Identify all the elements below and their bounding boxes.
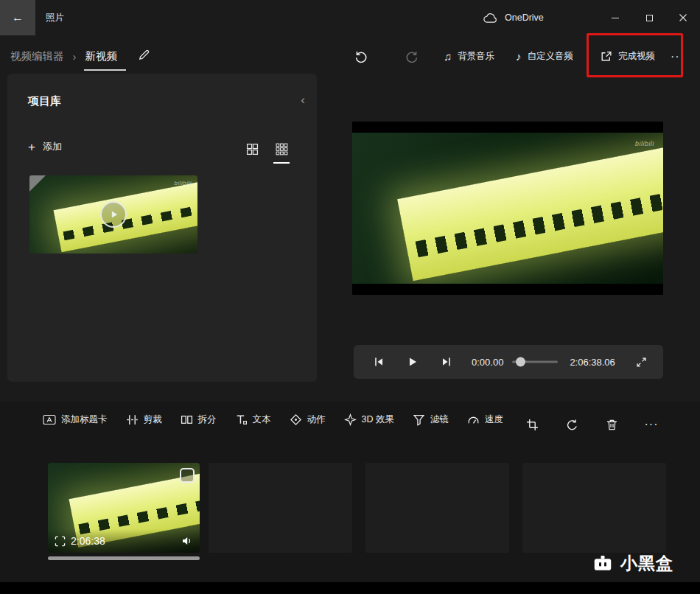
text-button[interactable]: 文本 bbox=[235, 413, 271, 426]
redo-icon bbox=[405, 49, 419, 63]
film-strip-graphic bbox=[397, 140, 663, 281]
custom-audio-label: 自定义音频 bbox=[528, 50, 574, 63]
trim-button[interactable]: 剪裁 bbox=[126, 413, 162, 426]
grid-view-small-button[interactable] bbox=[271, 139, 292, 159]
timeline-clip[interactable]: 2:06:38 bbox=[48, 463, 200, 553]
music-note-icon: ♫ bbox=[444, 51, 452, 62]
redo-button[interactable] bbox=[399, 43, 424, 69]
breadcrumb-video-editor[interactable]: 视频编辑器 bbox=[10, 49, 64, 63]
crop-icon bbox=[526, 419, 539, 431]
add-title-card-button[interactable]: 添加标题卡 bbox=[43, 413, 108, 426]
trim-label: 剪裁 bbox=[144, 413, 162, 426]
window-controls bbox=[598, 0, 700, 35]
plus-icon: + bbox=[28, 141, 35, 153]
slider-knob[interactable] bbox=[516, 357, 525, 367]
add-media-button[interactable]: + 添加 bbox=[28, 140, 62, 153]
film-perforations bbox=[415, 186, 663, 258]
next-frame-button[interactable] bbox=[436, 351, 457, 373]
corner-fold-marker bbox=[29, 175, 46, 192]
frame-duration-icon bbox=[55, 536, 66, 547]
split-button[interactable]: 拆分 bbox=[181, 413, 217, 426]
storyboard-section: 添加标题卡 剪裁 拆分 文本 bbox=[0, 402, 700, 594]
maximize-button[interactable] bbox=[632, 0, 666, 35]
minimize-button[interactable] bbox=[598, 0, 632, 35]
onedrive-status[interactable]: OneDrive bbox=[483, 0, 544, 35]
undo-icon bbox=[354, 49, 368, 63]
clip-duration: 2:06:38 bbox=[55, 535, 105, 547]
timeline-empty-slot bbox=[209, 463, 352, 553]
trash-icon bbox=[606, 419, 618, 431]
clip-select-checkbox[interactable] bbox=[180, 468, 195, 483]
motion-icon bbox=[290, 413, 302, 426]
storyboard-toolbar-right: ··· bbox=[522, 413, 662, 436]
finish-video-button[interactable]: 完成视频 bbox=[600, 35, 655, 77]
total-duration: 2:06:38.06 bbox=[570, 357, 615, 368]
heybox-watermark: 小黑盒 bbox=[592, 552, 673, 575]
clip-duration-text: 2:06:38 bbox=[71, 535, 105, 547]
filters-button[interactable]: 滤镜 bbox=[413, 413, 449, 426]
project-name[interactable]: 新视频 bbox=[85, 49, 118, 63]
delete-button[interactable] bbox=[601, 413, 622, 436]
film-perforations bbox=[63, 202, 197, 240]
3d-effects-button[interactable]: 3D 效果 bbox=[344, 413, 394, 426]
storyboard-toolbar: 添加标题卡 剪裁 拆分 文本 bbox=[43, 413, 503, 426]
timeline-more-button[interactable]: ··· bbox=[641, 413, 662, 436]
pencil-icon bbox=[138, 49, 150, 61]
close-button[interactable] bbox=[666, 0, 700, 35]
heybox-watermark-text: 小黑盒 bbox=[620, 552, 673, 575]
onedrive-label: OneDrive bbox=[505, 13, 544, 23]
rotate-icon bbox=[566, 419, 578, 431]
next-frame-icon bbox=[441, 356, 452, 368]
grid-small-icon bbox=[276, 143, 288, 156]
custom-audio-button[interactable]: ♪ 自定义音频 bbox=[516, 35, 573, 77]
more-options-button[interactable]: ··· bbox=[671, 35, 685, 77]
finish-video-label: 完成视频 bbox=[618, 50, 655, 63]
speedometer-icon bbox=[467, 413, 480, 426]
previous-frame-icon bbox=[373, 356, 385, 368]
project-library-panel: 项目库 ‹ + 添加 bilibili bbox=[7, 74, 317, 382]
play-icon bbox=[407, 357, 418, 367]
titlebar: ← 照片 OneDrive bbox=[0, 0, 700, 35]
text-label: 文本 bbox=[253, 413, 271, 426]
heybox-logo-icon bbox=[592, 553, 614, 575]
seek-slider[interactable] bbox=[512, 351, 558, 373]
bilibili-watermark: bilibili bbox=[174, 180, 192, 186]
add-media-label: 添加 bbox=[43, 140, 62, 153]
collapse-panel-chevron-icon[interactable]: ‹ bbox=[301, 93, 305, 108]
playback-bar: 0:00.00 2:06:38.06 bbox=[354, 345, 663, 379]
grid-large-icon bbox=[246, 143, 259, 156]
add-title-card-label: 添加标题卡 bbox=[61, 413, 108, 426]
rename-project-button[interactable] bbox=[138, 49, 150, 64]
back-button[interactable]: ← bbox=[0, 0, 35, 35]
fullscreen-icon bbox=[636, 357, 647, 368]
cloud-icon bbox=[483, 13, 498, 24]
library-clip-thumbnail[interactable]: bilibili bbox=[29, 175, 197, 254]
play-overlay-button[interactable] bbox=[100, 201, 127, 228]
speed-button[interactable]: 速度 bbox=[467, 413, 503, 426]
app-title: 照片 bbox=[46, 0, 64, 35]
speaker-icon bbox=[181, 535, 193, 547]
audio-note-icon: ♪ bbox=[516, 51, 522, 62]
timeline-empty-slot bbox=[522, 463, 666, 553]
breadcrumb: 视频编辑器 › 新视频 bbox=[10, 35, 150, 77]
background-music-button[interactable]: ♫ 背景音乐 bbox=[444, 35, 494, 77]
previous-frame-button[interactable] bbox=[368, 351, 389, 373]
timeline-scrollbar[interactable] bbox=[48, 556, 200, 560]
library-title: 项目库 bbox=[28, 94, 61, 108]
play-button[interactable] bbox=[402, 351, 423, 373]
play-icon bbox=[110, 210, 119, 219]
undo-button[interactable] bbox=[348, 43, 373, 69]
minimize-icon bbox=[612, 18, 619, 18]
fullscreen-button[interactable] bbox=[631, 351, 651, 373]
crop-button[interactable] bbox=[522, 413, 542, 436]
filter-icon bbox=[413, 413, 425, 426]
grid-view-large-button[interactable] bbox=[242, 139, 262, 159]
timeline-empty-slot bbox=[365, 463, 509, 553]
motion-button[interactable]: 动作 bbox=[290, 413, 326, 426]
rotate-button[interactable] bbox=[561, 413, 582, 436]
preview-video-frame: bilibili bbox=[352, 133, 663, 284]
split-icon bbox=[181, 413, 193, 426]
title-card-icon bbox=[43, 414, 56, 425]
current-time: 0:00.00 bbox=[472, 357, 503, 368]
clip-audio-button[interactable] bbox=[181, 535, 193, 547]
